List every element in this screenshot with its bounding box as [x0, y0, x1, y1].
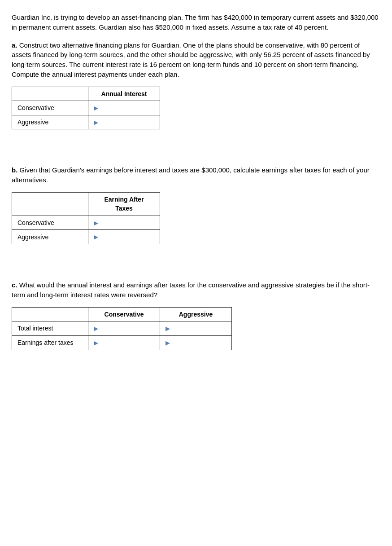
conservative-label-a: Conservative [12, 101, 88, 115]
section-c-text: c. What would the annual interest and ea… [12, 280, 380, 300]
aggressive-label-b: Aggressive [12, 230, 88, 244]
earnings-after-taxes-aggressive[interactable]: ▶ [160, 335, 232, 350]
arrow-icon-c2: ▶ [166, 325, 170, 333]
arrow-icon-c4: ▶ [166, 339, 170, 348]
table-row: Conservative ▶ [12, 216, 160, 230]
table-row: Conservative ▶ [12, 101, 160, 115]
aggressive-col-header: Aggressive [160, 307, 232, 321]
total-interest-aggressive[interactable]: ▶ [160, 321, 232, 336]
section-b-table: Earning After Taxes Conservative ▶ Aggre… [12, 192, 160, 244]
conservative-col-header: Conservative [88, 307, 160, 321]
intro-paragraph: Guardian Inc. is trying to develop an as… [12, 13, 380, 32]
arrow-icon-b1: ▶ [94, 219, 98, 228]
arrow-icon-c3: ▶ [94, 339, 98, 348]
arrow-icon-a1: ▶ [94, 104, 98, 113]
section-a-table: Annual Interest Conservative ▶ Aggressiv… [12, 87, 160, 130]
arrow-icon-b2: ▶ [94, 233, 98, 242]
arrow-icon-a2: ▶ [94, 119, 98, 127]
section-a: a. Construct two alternative financing p… [12, 40, 380, 130]
section-a-text: a. Construct two alternative financing p… [12, 40, 380, 79]
annual-interest-header: Annual Interest [88, 87, 160, 101]
section-b-text: b. Given that Guardian’s earnings before… [12, 165, 380, 185]
earnings-after-taxes-conservative[interactable]: ▶ [88, 335, 160, 350]
total-interest-label: Total interest [12, 321, 88, 336]
table-row: Aggressive ▶ [12, 230, 160, 244]
table-row: Total interest ▶ ▶ [12, 321, 232, 336]
earnings-after-taxes-label: Earnings after taxes [12, 335, 88, 350]
aggressive-label-a: Aggressive [12, 115, 88, 129]
conservative-value-b[interactable]: ▶ [88, 216, 160, 230]
table-row: Aggressive ▶ [12, 115, 160, 129]
total-interest-conservative[interactable]: ▶ [88, 321, 160, 336]
earning-after-taxes-header: Earning After Taxes [88, 192, 160, 216]
table-row: Earnings after taxes ▶ ▶ [12, 335, 232, 350]
section-b: b. Given that Guardian’s earnings before… [12, 165, 380, 244]
aggressive-value-a[interactable]: ▶ [88, 115, 160, 129]
conservative-value-a[interactable]: ▶ [88, 101, 160, 115]
aggressive-value-b[interactable]: ▶ [88, 230, 160, 244]
arrow-icon-c1: ▶ [94, 325, 98, 333]
section-c-table: Conservative Aggressive Total interest ▶… [12, 307, 232, 350]
section-c: c. What would the annual interest and ea… [12, 280, 380, 350]
conservative-label-b: Conservative [12, 216, 88, 230]
